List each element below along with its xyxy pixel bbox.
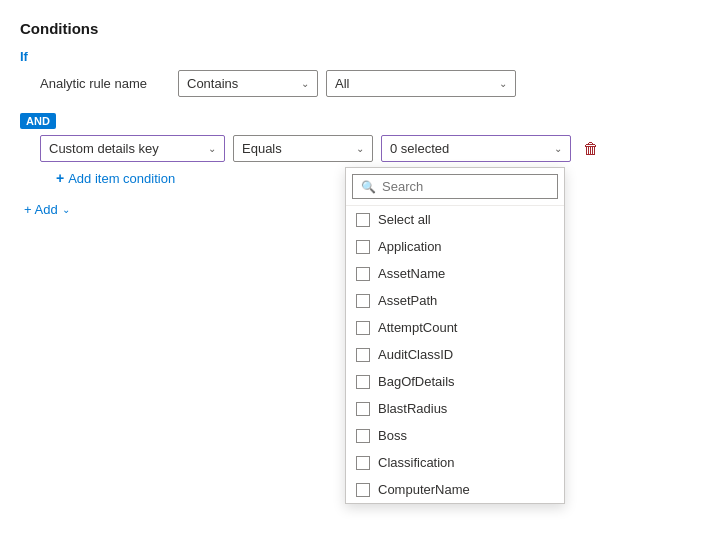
plus-icon: + xyxy=(56,170,64,186)
chevron-down-icon: ⌄ xyxy=(356,143,364,154)
item-label: ComputerName xyxy=(378,482,470,497)
and-badge: AND xyxy=(20,113,56,129)
search-input[interactable] xyxy=(382,179,549,194)
zero-selected-label: 0 selected xyxy=(390,141,449,156)
item-checkbox[interactable] xyxy=(356,240,370,254)
add-item-label: Add item condition xyxy=(68,171,175,186)
list-item[interactable]: ComputerName xyxy=(346,476,564,503)
first-condition-row: Analytic rule name Contains ⌄ All ⌄ xyxy=(40,70,684,97)
select-all-label: Select all xyxy=(378,212,431,227)
list-item[interactable]: Classification xyxy=(346,449,564,476)
list-item[interactable]: AttemptCount xyxy=(346,314,564,341)
delete-button[interactable]: 🗑 xyxy=(579,138,603,160)
item-label: AssetPath xyxy=(378,293,437,308)
equals-value: Equals xyxy=(242,141,282,156)
value-select[interactable]: All ⌄ xyxy=(326,70,516,97)
list-item[interactable]: AuditClassID xyxy=(346,341,564,368)
page-title: Conditions xyxy=(20,20,684,37)
operator-value: Contains xyxy=(187,76,238,91)
item-checkbox[interactable] xyxy=(356,402,370,416)
list-item[interactable]: Boss xyxy=(346,422,564,449)
dropdown-panel: 🔍 Select all Application Asset xyxy=(345,167,565,504)
operator-select[interactable]: Contains ⌄ xyxy=(178,70,318,97)
key-value: Custom details key xyxy=(49,141,159,156)
item-checkbox[interactable] xyxy=(356,483,370,497)
analytic-rule-label: Analytic rule name xyxy=(40,76,170,91)
list-item[interactable]: AssetName xyxy=(346,260,564,287)
item-label: Classification xyxy=(378,455,455,470)
dropdown-search-area: 🔍 xyxy=(346,168,564,206)
select-all-item[interactable]: Select all xyxy=(346,206,564,233)
list-item[interactable]: BagOfDetails xyxy=(346,368,564,395)
item-label: Application xyxy=(378,239,442,254)
zero-selected-dropdown[interactable]: 0 selected ⌄ xyxy=(381,135,571,162)
item-label: AttemptCount xyxy=(378,320,458,335)
item-checkbox[interactable] xyxy=(356,267,370,281)
dropdown-list: Select all Application AssetName AssetPa… xyxy=(346,206,564,503)
chevron-down-icon: ⌄ xyxy=(208,143,216,154)
list-item[interactable]: AssetPath xyxy=(346,287,564,314)
custom-key-select[interactable]: Custom details key ⌄ xyxy=(40,135,225,162)
conditions-section: Conditions If Analytic rule name Contain… xyxy=(20,20,684,217)
item-checkbox[interactable] xyxy=(356,294,370,308)
equals-select[interactable]: Equals ⌄ xyxy=(233,135,373,162)
list-item[interactable]: BlastRadius xyxy=(346,395,564,422)
list-item[interactable]: Application xyxy=(346,233,564,260)
item-checkbox[interactable] xyxy=(356,456,370,470)
select-all-checkbox[interactable] xyxy=(356,213,370,227)
chevron-down-icon: ⌄ xyxy=(301,78,309,89)
item-checkbox[interactable] xyxy=(356,321,370,335)
chevron-down-icon: ⌄ xyxy=(554,143,562,154)
if-label: If xyxy=(20,49,684,64)
item-label: Boss xyxy=(378,428,407,443)
search-input-wrap: 🔍 xyxy=(352,174,558,199)
item-label: AssetName xyxy=(378,266,445,281)
item-checkbox[interactable] xyxy=(356,375,370,389)
item-checkbox[interactable] xyxy=(356,348,370,362)
item-label: AuditClassID xyxy=(378,347,453,362)
item-label: BlastRadius xyxy=(378,401,447,416)
chevron-down-icon: ⌄ xyxy=(499,78,507,89)
add-item-condition-button[interactable]: + Add item condition xyxy=(56,170,175,186)
add-main-button[interactable]: + Add ⌄ xyxy=(24,202,70,217)
chevron-down-icon: ⌄ xyxy=(62,204,70,215)
item-label: BagOfDetails xyxy=(378,374,455,389)
second-condition-row: Custom details key ⌄ Equals ⌄ 0 selected… xyxy=(40,135,684,162)
search-icon: 🔍 xyxy=(361,180,376,194)
item-checkbox[interactable] xyxy=(356,429,370,443)
add-main-label: + Add xyxy=(24,202,58,217)
second-condition-wrapper: Custom details key ⌄ Equals ⌄ 0 selected… xyxy=(20,135,684,162)
value-text: All xyxy=(335,76,349,91)
